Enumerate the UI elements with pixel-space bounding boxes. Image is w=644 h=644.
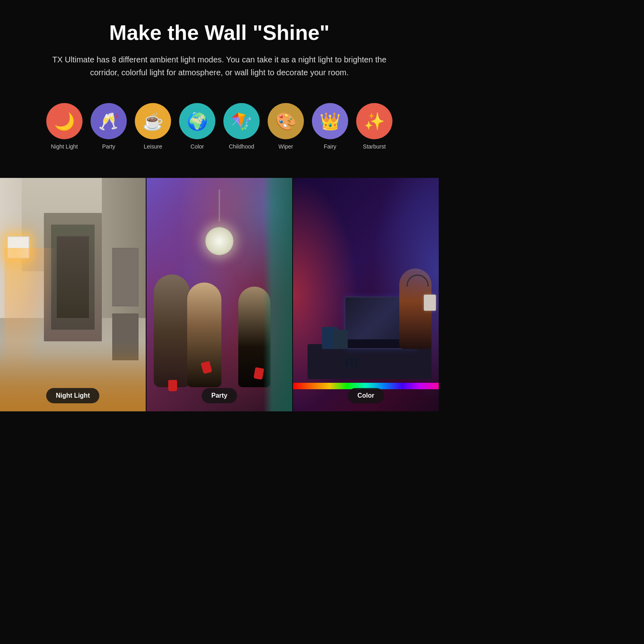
fairy-label: Fairy bbox=[324, 143, 336, 150]
party-icon: 🥂 bbox=[91, 103, 127, 139]
night-light-panel-label: Night Light bbox=[46, 388, 99, 403]
childhood-label: Childhood bbox=[229, 143, 254, 150]
mode-starburst[interactable]: ✨ Starburst bbox=[356, 103, 392, 150]
mode-childhood[interactable]: 🪁 Childhood bbox=[223, 103, 260, 150]
wiper-label: Wiper bbox=[279, 143, 293, 150]
mode-night-light[interactable]: 🌙 Night Light bbox=[46, 103, 83, 150]
night-light-icon: 🌙 bbox=[46, 103, 83, 139]
hero-section: Make the Wall "Shine" TX Ultimate has 8 … bbox=[0, 0, 439, 178]
party-panel-label: Party bbox=[202, 388, 237, 403]
modes-row: 🌙 Night Light 🥂 Party ☕ Leisure 🌍 Color … bbox=[24, 95, 415, 166]
mode-color[interactable]: 🌍 Color bbox=[179, 103, 215, 150]
party-label: Party bbox=[102, 143, 116, 150]
childhood-icon: 🪁 bbox=[223, 103, 260, 139]
mode-wiper[interactable]: 🎨 Wiper bbox=[268, 103, 304, 150]
color-panel: m Color bbox=[293, 178, 439, 411]
color-panel-label: Color bbox=[348, 388, 384, 403]
subtitle-text: TX Ultimate has 8 different ambient ligh… bbox=[46, 53, 392, 79]
fairy-icon: 👑 bbox=[312, 103, 348, 139]
mode-party[interactable]: 🥂 Party bbox=[91, 103, 127, 150]
main-title: Make the Wall "Shine" bbox=[24, 20, 415, 45]
night-light-label: Night Light bbox=[51, 143, 78, 150]
starburst-icon: ✨ bbox=[356, 103, 392, 139]
mode-leisure[interactable]: ☕ Leisure bbox=[135, 103, 171, 150]
party-panel: Party bbox=[147, 178, 292, 411]
color-label: Color bbox=[190, 143, 204, 150]
color-icon: 🌍 bbox=[179, 103, 215, 139]
mode-fairy[interactable]: 👑 Fairy bbox=[312, 103, 348, 150]
images-section: Night Light Party bbox=[0, 178, 439, 411]
starburst-label: Starburst bbox=[363, 143, 386, 150]
leisure-label: Leisure bbox=[144, 143, 162, 150]
night-light-panel: Night Light bbox=[0, 178, 146, 411]
leisure-icon: ☕ bbox=[135, 103, 171, 139]
wiper-icon: 🎨 bbox=[268, 103, 304, 139]
